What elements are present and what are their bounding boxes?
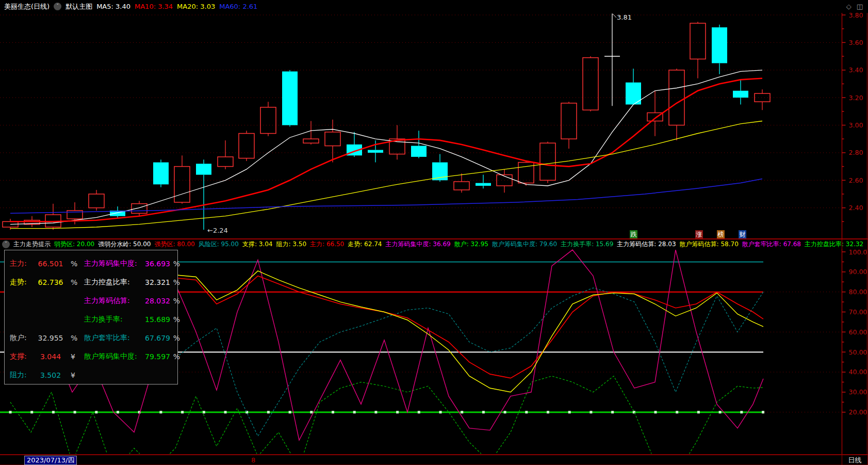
info-panel-cell: 66.501	[30, 260, 71, 268]
low-annotation: ←2.24	[207, 227, 228, 234]
window-icons: ◇ ◫	[846, 3, 863, 10]
info-panel-cell: %	[169, 297, 180, 305]
ma-legend-item: MA20: 3.03	[177, 3, 215, 10]
ma-legend-item: MA10: 3.34	[135, 3, 173, 10]
info-panel-right: 主力筹码估算:28.032%	[84, 296, 161, 306]
info-panel-cell: 3.502	[30, 371, 71, 379]
info-panel-cell: %	[71, 260, 84, 268]
info-panel-right: 主力换手率:15.689%	[84, 315, 161, 324]
ma-lines	[10, 70, 762, 229]
svg-text:3.60: 3.60	[849, 39, 863, 46]
indicator-param: 走势: 62.74	[348, 240, 382, 249]
indicator-param: 强势区: 80.00	[154, 240, 194, 249]
annotations: 3.81←2.24	[207, 13, 632, 234]
overlay-selector[interactable]: 默认主图	[65, 2, 92, 11]
svg-text:3.00: 3.00	[849, 121, 863, 129]
header-bar: 美丽生态(日线) ˇ 默认主图 MA5: 3.40MA10: 3.34MA20:…	[0, 0, 868, 13]
svg-text:90.00: 90.00	[849, 268, 867, 276]
info-panel-row: 支撑:3.044¥散户筹码集中度:79.597%	[5, 347, 177, 366]
info-panel-cell: 主力换手率:	[84, 315, 145, 324]
info-panel-cell: 走势:	[5, 278, 30, 287]
ma-legend-item: MA60: 2.61	[219, 3, 257, 10]
svg-text:2.40: 2.40	[849, 204, 863, 212]
info-panel-cell: 32.955	[30, 334, 71, 342]
date-label[interactable]: 2023/07/13/四	[24, 456, 77, 465]
info-panel-cell: %	[71, 278, 84, 286]
indicator-values: 弱势区: 20.00强弱分水岭: 50.00强势区: 80.00风险区: 95.…	[51, 240, 863, 249]
info-panel-cell: 主力筹码估算:	[84, 296, 145, 306]
svg-text:2.80: 2.80	[849, 149, 863, 156]
indicator-param: 强弱分水岭: 50.00	[98, 240, 151, 249]
info-panel-cell: 主力筹码集中度:	[84, 259, 145, 268]
info-panel-cell: 散户套牢比率:	[84, 333, 145, 343]
info-panel-cell: 62.736	[30, 278, 71, 286]
info-panel-cell: 阻力:	[5, 371, 30, 380]
indicator-param-bar: ˇ 主力走势提示 弱势区: 20.00强弱分水岭: 50.00强势区: 80.0…	[0, 239, 868, 249]
info-panel-right: 主力筹码集中度:36.693%	[84, 259, 161, 268]
svg-text:20.00: 20.00	[849, 408, 867, 416]
market-badge[interactable]: 涨	[695, 230, 703, 238]
info-panel-cell: %	[169, 260, 180, 268]
info-panel-cell: %	[169, 315, 180, 324]
indicator-param: 主力: 66.50	[310, 240, 344, 249]
svg-text:3.40: 3.40	[849, 66, 863, 74]
chevron-down-icon[interactable]: ˇ	[54, 3, 61, 10]
info-panel-cell: %	[71, 334, 84, 342]
info-panel-cell: 3.044	[30, 352, 71, 361]
indicator-param: 支撑: 3.04	[242, 240, 273, 249]
info-panel-cell: 主力:	[5, 259, 30, 268]
time-axis-bar: 2023/07/13/四 8 日线	[0, 455, 868, 465]
indicator-param: 风险区: 95.00	[199, 240, 239, 249]
svg-text:40.00: 40.00	[849, 368, 867, 376]
diamond-icon[interactable]: ◇	[846, 3, 851, 10]
info-panel-cell: ¥	[71, 371, 84, 379]
indicator-axis-gutter	[842, 239, 868, 249]
market-badge[interactable]: 榜	[717, 230, 725, 238]
indicator-param: 散户筹码估算: 58.70	[680, 240, 739, 249]
period-label: 日线	[848, 456, 862, 465]
info-panel-cell: 散户:	[5, 333, 30, 343]
info-panel-row: 主力:66.501%主力筹码集中度:36.693%	[5, 254, 177, 273]
indicator-param: 散户筹码集中度: 79.60	[492, 240, 557, 249]
info-panel-row: 主力换手率:15.689%	[5, 310, 177, 329]
market-badge[interactable]: 财	[739, 230, 746, 238]
candlesticks	[3, 13, 770, 230]
stock-title: 美丽生态(日线)	[4, 2, 50, 11]
indicator-param: 弱势区: 20.00	[54, 240, 94, 249]
indicator-param: 散户: 32.95	[454, 240, 488, 249]
ma-legend: MA5: 3.40MA10: 3.34MA20: 3.03MA60: 2.61	[92, 3, 257, 10]
price-axis: 3.803.603.403.203.002.802.602.40100.090.…	[0, 11, 868, 455]
svg-text:80.00: 80.00	[849, 288, 867, 296]
info-panel-cell: %	[169, 334, 180, 342]
indicator-param: 主力换手率: 15.69	[561, 240, 613, 249]
chart-canvas[interactable]: 3.803.603.403.203.002.802.602.40100.090.…	[0, 0, 868, 465]
svg-text:2.60: 2.60	[849, 177, 863, 184]
ma-legend-item: MA5: 3.40	[96, 3, 130, 10]
chevron-down-icon[interactable]: ˇ	[2, 240, 10, 248]
svg-text:60.00: 60.00	[849, 328, 867, 336]
info-panel-right: 散户套牢比率:67.679%	[84, 333, 161, 343]
series-主力控盘比率	[10, 376, 763, 465]
indicator-info-panel: 主力:66.501%主力筹码集中度:36.693%走势:62.736%主力控盘比…	[4, 250, 178, 384]
line-MA60	[10, 179, 762, 214]
market-badge[interactable]: 跌	[630, 230, 637, 238]
info-panel-cell: 36.693	[145, 260, 169, 268]
indicator-param: 主力筹码估算: 28.03	[617, 240, 676, 249]
panel-toggle-icon[interactable]: ◫	[857, 3, 863, 10]
info-panel-row: 阻力:3.502¥	[5, 366, 177, 384]
line-MA10	[10, 78, 762, 222]
indicator-param: 阻力: 3.50	[276, 240, 306, 249]
stock-app-window: { "header": { "title": "美丽生态(日线)", "over…	[0, 0, 868, 465]
line-MA5	[10, 70, 762, 225]
info-panel-cell: 主力控盘比率:	[84, 278, 145, 287]
info-panel-cell: 32.321	[145, 278, 169, 286]
info-panel-cell: 79.597	[145, 352, 169, 361]
svg-text:50.00: 50.00	[849, 348, 867, 356]
info-panel-cell: 67.679	[145, 334, 169, 342]
indicator-name[interactable]: 主力走势提示	[13, 240, 51, 249]
info-panel-cell: %	[169, 278, 180, 286]
indicator-param: 主力筹码集中度: 36.69	[385, 240, 450, 249]
info-panel-cell: 散户筹码集中度:	[84, 352, 145, 361]
period-cell[interactable]: 日线	[842, 455, 868, 465]
indicator-param: 散户套牢比率: 67.68	[742, 240, 801, 249]
